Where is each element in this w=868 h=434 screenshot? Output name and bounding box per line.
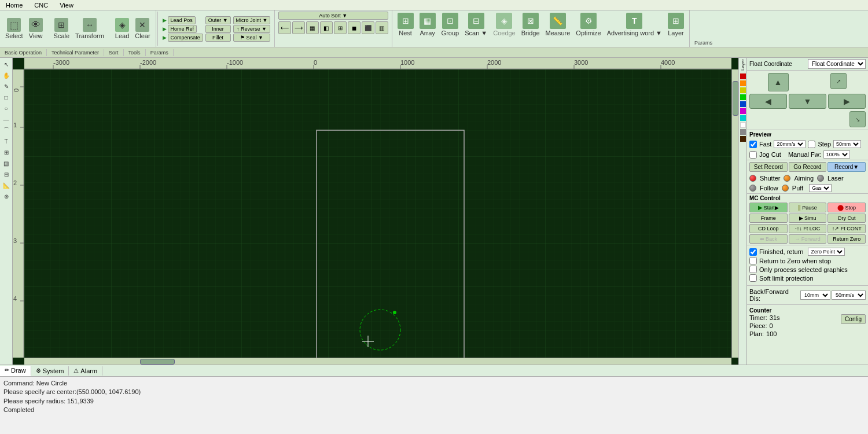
frame-button[interactable]: Frame xyxy=(749,214,788,223)
ft-loc-button[interactable]: -↑↓ Ft LOC xyxy=(789,224,827,233)
tool-arc[interactable]: ⌒ xyxy=(1,125,12,135)
layer-button[interactable]: ⊞ Layer xyxy=(666,12,686,38)
sort-btn-7[interactable]: ⬛ xyxy=(362,21,374,34)
fast-checkbox[interactable] xyxy=(749,141,757,148)
tool-arrow[interactable]: ↖ xyxy=(1,59,12,69)
layer-color-8[interactable] xyxy=(740,129,746,135)
dir-right-button[interactable]: ▶ xyxy=(828,94,866,109)
return-zero-stop-checkbox[interactable] xyxy=(749,257,757,264)
sort-btn-3[interactable]: ▦ xyxy=(306,21,319,34)
group-button[interactable]: ⊡ Group xyxy=(440,12,461,38)
seal-button[interactable]: ⚑ Seal ▼ xyxy=(233,34,271,42)
sort-btn-4[interactable]: ◧ xyxy=(320,21,333,34)
optimize-button[interactable]: ⚙ Optimize xyxy=(574,12,602,38)
dir-down-button[interactable]: ▼ xyxy=(789,94,826,109)
view-button[interactable]: 👁 View xyxy=(27,17,45,41)
sort-btn-2[interactable]: ⟶ xyxy=(292,21,305,34)
select-button[interactable]: ⬚ Select xyxy=(3,17,25,41)
drawing-canvas[interactable]: X Y xyxy=(24,69,731,358)
tool-text[interactable]: T xyxy=(1,136,12,146)
finished-return-checkbox[interactable] xyxy=(749,248,757,256)
dir-up-button[interactable]: ▲ xyxy=(768,73,789,91)
layer-color-2[interactable] xyxy=(740,87,746,93)
tool-pen[interactable]: ✎ xyxy=(1,81,12,91)
transform-button[interactable]: ↔ Transform xyxy=(73,17,106,41)
v-scrollbar[interactable] xyxy=(731,69,738,358)
dir-up-right-button[interactable]: ↗ xyxy=(830,73,847,89)
tool-measure[interactable]: 📐 xyxy=(1,180,12,190)
inner-button[interactable]: Inner xyxy=(205,25,231,33)
fillet-button[interactable]: Fillet xyxy=(205,34,231,42)
array-button[interactable]: ▦ Array xyxy=(418,12,437,38)
layer-color-1[interactable] xyxy=(740,80,746,86)
outer-button[interactable]: Outer ▼ xyxy=(205,16,231,24)
tool-grid[interactable]: ⊞ xyxy=(1,147,12,157)
step-select[interactable]: 50mm xyxy=(833,140,861,148)
auto-sort-button[interactable]: Auto Sort ▼ xyxy=(278,12,388,20)
lead-button[interactable]: ◈ Lead xyxy=(113,17,131,41)
coedge-button[interactable]: ◈ Coedge xyxy=(491,12,517,38)
jog-cut-checkbox[interactable] xyxy=(749,151,757,159)
tab-system[interactable]: ⚙ System xyxy=(31,366,69,376)
start-button[interactable]: ▶Start▶ xyxy=(749,203,788,212)
sort-btn-6[interactable]: ◼ xyxy=(348,21,361,34)
canvas-area[interactable]: -3000 -2000 -1000 0 1000 2000 3000 4000 xyxy=(13,58,738,365)
layer-color-3[interactable] xyxy=(740,94,746,100)
config-button[interactable]: Config xyxy=(841,314,866,324)
compensate-button[interactable]: Compensate xyxy=(168,34,203,42)
record-button[interactable]: Record▼ xyxy=(827,162,866,172)
backfwd-dist2-select[interactable]: 50mm/s xyxy=(832,290,866,300)
micro-joint-button[interactable]: Micro Joint ▼ xyxy=(233,16,271,24)
layer-color-4[interactable] xyxy=(740,101,746,107)
soft-limit-checkbox[interactable] xyxy=(749,274,757,282)
pause-button[interactable]: ‖Pause xyxy=(789,203,827,212)
tool-circle[interactable]: ○ xyxy=(1,103,12,113)
sort-btn-1[interactable]: ⟵ xyxy=(278,21,291,34)
bridge-button[interactable]: ⊠ Bridge xyxy=(520,12,542,38)
gas-select[interactable]: Gas xyxy=(809,184,832,192)
tool-hatch[interactable]: ▨ xyxy=(1,158,12,168)
manual-fw-select[interactable]: 100% xyxy=(823,150,850,159)
return-zero-button[interactable]: Return Zero xyxy=(827,234,866,244)
backfwd-dist1-select[interactable]: 10mm xyxy=(800,290,830,300)
only-selected-checkbox[interactable] xyxy=(749,266,757,273)
tool-point[interactable]: ⊛ xyxy=(1,191,12,201)
lead-pos-button[interactable]: Lead Pos xyxy=(168,16,196,24)
tab-alarm[interactable]: ⚠ Alarm xyxy=(69,366,102,376)
layer-color-0[interactable] xyxy=(740,73,746,79)
sort-btn-8[interactable]: ▥ xyxy=(376,21,388,34)
layer-color-9[interactable] xyxy=(740,136,746,142)
zero-point-select[interactable]: Zero Point xyxy=(808,248,845,256)
advertising-word-button[interactable]: T Advertising word ▼ xyxy=(605,12,664,38)
layer-color-5[interactable] xyxy=(740,108,746,114)
tool-line[interactable]: — xyxy=(1,114,12,124)
dir-left-button[interactable]: ◀ xyxy=(749,94,787,109)
layer-color-6[interactable] xyxy=(740,115,746,121)
tool-subtract[interactable]: ⊟ xyxy=(1,169,12,179)
menu-home[interactable]: Home xyxy=(3,1,25,9)
simu-button[interactable]: ▶ Simu xyxy=(789,214,827,223)
go-record-button[interactable]: Go Record xyxy=(789,162,827,172)
menu-cnc[interactable]: CNC xyxy=(32,1,50,9)
forward-button[interactable]: → Forward xyxy=(789,234,827,244)
h-scrollbar[interactable] xyxy=(24,358,731,365)
nest-button[interactable]: ⊞ Nest xyxy=(396,12,415,38)
sort-btn-5[interactable]: ⊞ xyxy=(334,21,347,34)
scale-button[interactable]: ⊞ Scale xyxy=(52,17,72,41)
float-coord-dropdown[interactable]: Float Coordinate xyxy=(808,59,866,69)
layer-color-7[interactable] xyxy=(740,122,746,128)
fast-select[interactable]: 20mm/s xyxy=(774,140,806,148)
dir-down-right-button[interactable]: ↘ xyxy=(849,111,866,127)
menu-view[interactable]: View xyxy=(57,1,76,9)
ft-cont-button[interactable]: ↑↗ Ft CONT xyxy=(827,224,866,233)
home-ref-button[interactable]: Home Ref xyxy=(168,25,197,33)
set-record-button[interactable]: Set Record xyxy=(749,162,788,172)
scan-button[interactable]: ⊟ Scan ▼ xyxy=(463,12,489,38)
stop-button[interactable]: ⬤Stop xyxy=(827,203,866,212)
tool-hand[interactable]: ✋ xyxy=(1,70,12,80)
back-button[interactable]: ⬅ Back xyxy=(749,234,788,244)
clear-button[interactable]: ✕ Clear xyxy=(133,17,152,41)
reverse-button[interactable]: ↑ Reverse ▼ xyxy=(233,25,271,33)
step-checkbox[interactable] xyxy=(808,141,815,148)
tool-rect[interactable]: □ xyxy=(1,92,12,102)
